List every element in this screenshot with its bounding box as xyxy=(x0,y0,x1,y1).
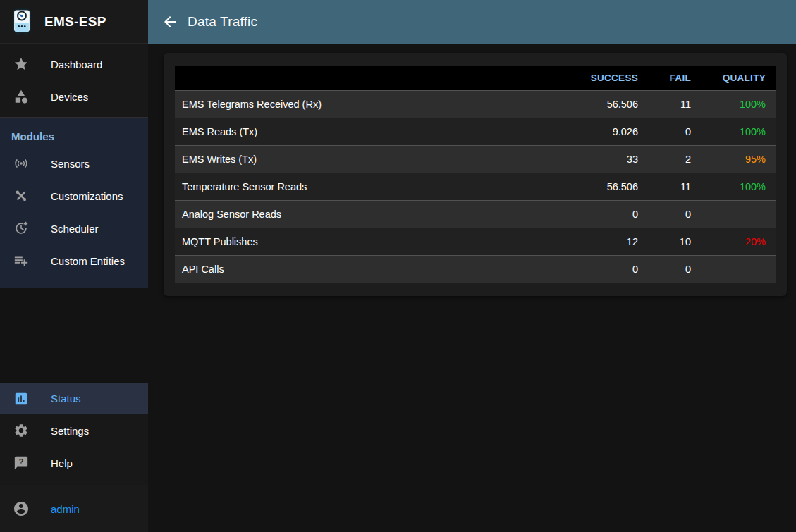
table-row: MQTT Publishes 12 10 20% xyxy=(175,228,776,255)
row-fail-value: 0 xyxy=(638,255,691,283)
boiler-icon xyxy=(10,8,34,36)
row-fail-value: 0 xyxy=(638,118,691,145)
data-traffic-table: SUCCESS FAIL QUALITY EMS Telegrams Recei… xyxy=(175,66,776,283)
row-quality-value: 100% xyxy=(691,90,776,118)
row-fail-value: 11 xyxy=(638,173,691,200)
svg-text:?: ? xyxy=(19,457,24,466)
page-title: Data Traffic xyxy=(188,14,257,30)
sidebar-item-label: Devices xyxy=(51,91,88,103)
table-row: API Calls 0 0 xyxy=(175,255,776,283)
account-circle-icon xyxy=(13,500,30,517)
column-header-name xyxy=(175,66,536,90)
table-row: EMS Writes (Tx) 33 2 95% xyxy=(175,145,776,173)
table-row: EMS Reads (Tx) 9.026 0 100% xyxy=(175,118,776,145)
column-header-success: SUCCESS xyxy=(536,66,638,90)
row-success-value: 33 xyxy=(536,145,638,173)
row-success-value: 12 xyxy=(536,228,638,255)
row-quality-value: 20% xyxy=(691,228,776,255)
table-row: EMS Telegrams Received (Rx) 56.506 11 10… xyxy=(175,90,776,118)
row-quality-value: 100% xyxy=(691,118,776,145)
sidebar-user[interactable]: admin xyxy=(0,485,148,532)
row-quality-value xyxy=(691,255,776,283)
sidebar-section-top: Dashboard Devices xyxy=(0,44,148,117)
sidebar-section-bottom: Status Settings ? Help xyxy=(0,383,148,485)
row-name: EMS Telegrams Received (Rx) xyxy=(175,90,536,118)
sidebar-item-label: Help xyxy=(51,457,73,469)
star-icon xyxy=(13,56,30,73)
sensors-icon xyxy=(13,155,30,172)
row-fail-value: 10 xyxy=(638,228,691,255)
modules-section-header: Modules xyxy=(0,126,148,147)
row-name: Temperature Sensor Reads xyxy=(175,173,536,200)
sidebar-item-dashboard[interactable]: Dashboard xyxy=(0,48,148,80)
row-fail-value: 0 xyxy=(638,200,691,228)
row-quality-value: 100% xyxy=(691,173,776,200)
gear-icon xyxy=(13,422,30,439)
sidebar-item-label: Custom Entities xyxy=(51,255,125,267)
row-name: MQTT Publishes xyxy=(175,228,536,255)
column-header-quality: QUALITY xyxy=(691,66,776,90)
sidebar-item-scheduler[interactable]: Scheduler xyxy=(0,212,148,245)
sidebar-item-label: Status xyxy=(51,392,81,404)
sidebar-item-customizations[interactable]: Customizations xyxy=(0,180,148,212)
arrow-back-icon[interactable] xyxy=(161,13,178,30)
row-quality-value xyxy=(691,200,776,228)
appbar: Data Traffic xyxy=(148,0,796,44)
username-label: admin xyxy=(51,503,80,515)
row-name: EMS Reads (Tx) xyxy=(175,118,536,145)
row-success-value: 9.026 xyxy=(536,118,638,145)
sidebar-item-custom-entities[interactable]: Custom Entities xyxy=(0,245,148,277)
app-logo-row: EMS-ESP xyxy=(0,0,148,44)
main-area: Data Traffic SUCCESS FAIL QUALITY EMS Te… xyxy=(148,0,796,532)
row-success-value: 56.506 xyxy=(536,173,638,200)
content-area: SUCCESS FAIL QUALITY EMS Telegrams Recei… xyxy=(148,44,796,532)
sidebar-item-label: Scheduler xyxy=(51,223,99,235)
help-bubble-icon: ? xyxy=(13,454,30,471)
sidebar-item-sensors[interactable]: Sensors xyxy=(0,147,148,180)
table-header-row: SUCCESS FAIL QUALITY xyxy=(175,66,776,90)
sidebar-item-status[interactable]: Status xyxy=(0,383,148,414)
sidebar-item-devices[interactable]: Devices xyxy=(0,80,148,113)
row-fail-value: 2 xyxy=(638,145,691,173)
table-row: Analog Sensor Reads 0 0 xyxy=(175,200,776,228)
sidebar-spacer xyxy=(0,288,148,383)
table-row: Temperature Sensor Reads 56.506 11 100% xyxy=(175,173,776,200)
sidebar: EMS-ESP Dashboard Devices Modules xyxy=(0,0,148,532)
row-fail-value: 11 xyxy=(638,90,691,118)
sidebar-item-help[interactable]: ? Help xyxy=(0,447,148,479)
row-name: API Calls xyxy=(175,255,536,283)
sidebar-item-label: Sensors xyxy=(51,158,90,170)
row-success-value: 56.506 xyxy=(536,90,638,118)
data-traffic-card: SUCCESS FAIL QUALITY EMS Telegrams Recei… xyxy=(164,53,787,296)
row-success-value: 0 xyxy=(536,200,638,228)
row-success-value: 0 xyxy=(536,255,638,283)
bar-chart-icon xyxy=(13,390,30,407)
column-header-fail: FAIL xyxy=(638,66,691,90)
sidebar-item-label: Customizations xyxy=(51,190,123,202)
sidebar-item-label: Settings xyxy=(51,425,89,437)
sidebar-section-modules: Modules Sensors xyxy=(0,118,148,288)
app-title: EMS-ESP xyxy=(44,14,106,30)
sidebar-item-label: Dashboard xyxy=(51,58,102,70)
row-name: EMS Writes (Tx) xyxy=(175,145,536,173)
category-icon xyxy=(13,88,30,105)
sidebar-item-settings[interactable]: Settings xyxy=(0,414,148,447)
clock-plus-icon xyxy=(13,220,30,237)
row-quality-value: 95% xyxy=(691,145,776,173)
row-name: Analog Sensor Reads xyxy=(175,200,536,228)
playlist-add-icon xyxy=(13,252,30,269)
tools-icon xyxy=(13,187,30,204)
